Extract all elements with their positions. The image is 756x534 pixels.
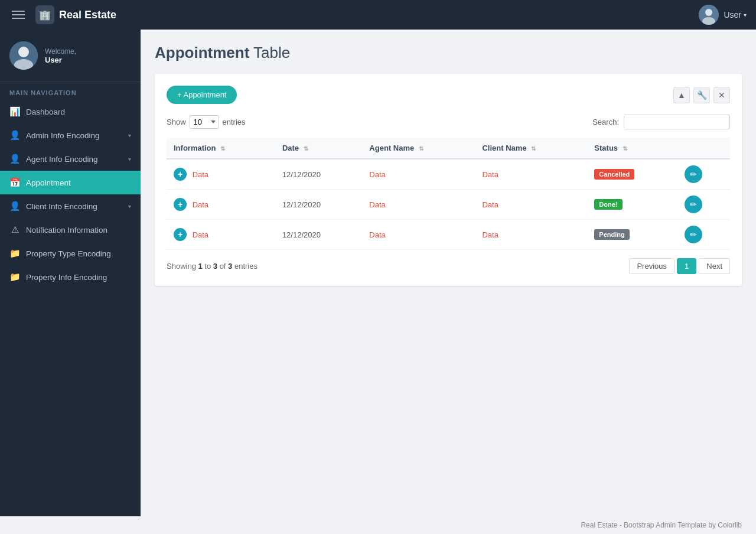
info-link-1[interactable]: Data	[193, 200, 208, 209]
svg-point-4	[18, 47, 29, 57]
user-menu-caret: ▾	[744, 12, 747, 18]
col-header-status[interactable]: Status ⇅	[587, 138, 677, 159]
entries-select[interactable]: 102550100	[190, 115, 219, 129]
edit-button-2[interactable]: ✏	[685, 226, 702, 243]
sort-icon-date: ⇅	[304, 145, 308, 152]
table-row: + Data 12/12/2020 Data Data Cancelled ✏	[167, 159, 730, 190]
table-row: + Data 12/12/2020 Data Data Done! ✏	[167, 190, 730, 220]
cell-client-0: Data	[475, 159, 587, 190]
user-menu-button[interactable]: User ▾	[724, 10, 747, 19]
nav-label-client-info-encoding: Client Info Encoding	[26, 202, 122, 211]
sidebar-welcome-text: Welcome,	[45, 47, 76, 56]
card-toolbar: + Appointment ▲ 🔧 ✕	[167, 86, 730, 104]
search-label: Search:	[592, 118, 619, 126]
close-button[interactable]: ✕	[713, 87, 730, 103]
status-badge-1: Done!	[594, 199, 622, 210]
cell-actions-0: ✏	[677, 159, 730, 190]
info-expand-button-1[interactable]: +	[174, 198, 187, 211]
sidebar-username: User	[45, 56, 76, 64]
edit-button-1[interactable]: ✏	[685, 196, 702, 213]
page-1-button[interactable]: 1	[677, 258, 696, 274]
sidebar-nav: 📊 Dashboard 👤 Admin Info Encoding ▾ 👤 Ag…	[0, 100, 141, 289]
sidebar-item-notification-information[interactable]: ⚠ Notification Information	[0, 218, 141, 242]
app-title: Real Estate	[59, 9, 116, 21]
nav-icon-appointment: 📅	[9, 177, 20, 188]
cell-client-1: Data	[475, 190, 587, 220]
cell-date-1: 12/12/2020	[275, 190, 362, 220]
page-title: Appointment Table	[155, 44, 742, 62]
sidebar-item-dashboard[interactable]: 📊 Dashboard	[0, 100, 141, 123]
sidebar-item-property-info-encoding[interactable]: 📁 Property Info Encoding	[0, 265, 141, 289]
show-entries-control: Show 102550100 entries	[167, 115, 246, 129]
client-link-1[interactable]: Data	[482, 200, 498, 209]
info-expand-button-2[interactable]: +	[174, 228, 187, 241]
nav-icon-property-type-encoding: 📁	[9, 248, 20, 259]
agent-link-2[interactable]: Data	[369, 230, 385, 239]
nav-chevron-agent-info-encoding: ▾	[128, 156, 131, 162]
col-header-actions	[677, 138, 730, 159]
nav-label-agent-info-encoding: Agent Info Encoding	[26, 155, 122, 164]
agent-link-0[interactable]: Data	[369, 170, 385, 179]
user-avatar	[699, 5, 719, 25]
cell-status-1: Done!	[587, 190, 677, 220]
sidebar-item-appointment[interactable]: 📅 Appointment	[0, 171, 141, 194]
next-page-button[interactable]: Next	[699, 258, 730, 274]
search-input[interactable]	[624, 115, 730, 129]
nav-icon-dashboard: 📊	[9, 106, 20, 117]
page-header: Appointment Table	[155, 44, 742, 62]
main-area: Welcome, User MAIN NAVIGATION 📊 Dashboar…	[0, 30, 756, 516]
info-expand-button-0[interactable]: +	[174, 168, 187, 181]
col-header-client_name[interactable]: Client Name ⇅	[475, 138, 587, 159]
client-link-0[interactable]: Data	[482, 170, 498, 179]
user-name-label: User	[724, 10, 741, 19]
nav-label-admin-info-encoding: Admin Info Encoding	[26, 131, 122, 140]
cell-agent-2: Data	[362, 220, 475, 250]
hamburger-button[interactable]	[9, 8, 27, 21]
appointment-table: Information ⇅Date ⇅Agent Name ⇅Client Na…	[167, 138, 730, 250]
search-box: Search:	[592, 115, 730, 129]
app-footer: Real Estate - Bootstrap Admin Template b…	[0, 516, 756, 534]
col-header-date[interactable]: Date ⇅	[275, 138, 362, 159]
sidebar-item-client-info-encoding[interactable]: 👤 Client Info Encoding ▾	[0, 194, 141, 218]
add-appointment-button[interactable]: + Appointment	[167, 86, 237, 104]
settings-button[interactable]: 🔧	[693, 87, 710, 103]
nav-section-label: MAIN NAVIGATION	[0, 82, 141, 100]
client-link-2[interactable]: Data	[482, 230, 498, 239]
col-header-agent_name[interactable]: Agent Name ⇅	[362, 138, 475, 159]
nav-icon-agent-info-encoding: 👤	[9, 154, 20, 164]
minimize-button[interactable]: ▲	[673, 87, 690, 103]
edit-button-0[interactable]: ✏	[685, 165, 702, 183]
show-label: Show	[167, 118, 186, 126]
app-logo: 🏢 Real Estate	[35, 5, 116, 24]
card-tools: ▲ 🔧 ✕	[673, 87, 730, 103]
cell-date-2: 12/12/2020	[275, 220, 362, 250]
col-header-information[interactable]: Information ⇅	[167, 138, 275, 159]
info-link-0[interactable]: Data	[193, 170, 208, 179]
sidebar-item-property-type-encoding[interactable]: 📁 Property Type Encoding	[0, 242, 141, 265]
table-header-row: Information ⇅Date ⇅Agent Name ⇅Client Na…	[167, 138, 730, 159]
main-card: + Appointment ▲ 🔧 ✕ Show 102550100 entri…	[155, 74, 742, 286]
nav-icon-notification-information: ⚠	[9, 224, 20, 235]
cell-info-1: + Data	[167, 190, 275, 220]
cell-info-0: + Data	[167, 159, 275, 190]
cell-agent-1: Data	[362, 190, 475, 220]
info-link-2[interactable]: Data	[193, 230, 208, 239]
page-title-bold: Appointment	[155, 44, 249, 61]
nav-icon-client-info-encoding: 👤	[9, 201, 20, 211]
top-bar-left: 🏢 Real Estate	[9, 5, 116, 24]
agent-link-1[interactable]: Data	[369, 200, 385, 209]
pagination-info-text: Showing 1 to 3 of 3 entries	[167, 262, 258, 271]
logo-icon: 🏢	[35, 5, 54, 24]
nav-label-property-type-encoding: Property Type Encoding	[26, 249, 131, 258]
footer-text: Real Estate - Bootstrap Admin Template b…	[581, 521, 742, 529]
previous-page-button[interactable]: Previous	[629, 258, 674, 274]
table-head: Information ⇅Date ⇅Agent Name ⇅Client Na…	[167, 138, 730, 159]
cell-info-2: + Data	[167, 220, 275, 250]
sort-icon-client_name: ⇅	[531, 145, 536, 152]
cell-actions-1: ✏	[677, 190, 730, 220]
sidebar-item-agent-info-encoding[interactable]: 👤 Agent Info Encoding ▾	[0, 147, 141, 171]
sidebar-item-admin-info-encoding[interactable]: 👤 Admin Info Encoding ▾	[0, 123, 141, 147]
sidebar-profile: Welcome, User	[0, 30, 141, 82]
sidebar: Welcome, User MAIN NAVIGATION 📊 Dashboar…	[0, 30, 141, 516]
table-controls: Show 102550100 entries Search:	[167, 115, 730, 129]
